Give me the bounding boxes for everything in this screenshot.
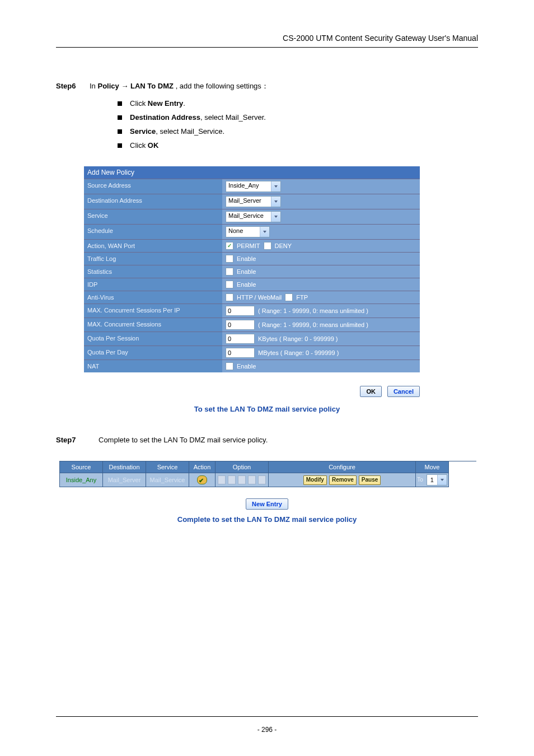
label-nat: NAT [84,360,222,372]
footer-line [56,716,478,717]
label-idp: IDP [84,278,222,291]
td-move: To 1 [416,473,448,487]
dropdown-schedule[interactable]: None [226,226,270,237]
checkbox-nat[interactable] [226,362,233,370]
bullet-icon [118,143,122,148]
step6-arrow: → [119,82,130,90]
label-destination-address: Destination Address [84,194,222,209]
step6-text: In Policy → LAN To DMZ , add the followi… [90,81,478,91]
bullet-pre: Click [130,99,148,108]
step7-row: Step7 Complete to set the LAN To DMZ mai… [56,436,478,444]
checkbox-http-webmail[interactable] [226,293,233,301]
bullet-icon [118,115,122,120]
label-max-sess: MAX. Concurrent Sessions [84,318,222,332]
dropdown-destination-address[interactable]: Mail_Server [226,196,281,207]
caption-2: Complete to set the LAN To DMZ mail serv… [56,515,478,524]
dropdown-move[interactable]: 1 [427,474,447,486]
permit-icon [197,475,207,484]
dropdown-value: None [226,227,260,237]
bullet-icon [118,129,122,134]
enable-label: Enable [237,281,256,288]
dropdown-value: 1 [427,475,437,485]
step7-label: Step7 [56,436,90,444]
hint-quota-session: KBytes ( Range: 0 - 999999 ) [258,335,338,342]
th-move: Move [416,461,448,473]
label-traffic-log: Traffic Log [84,253,222,265]
ftp-label: FTP [296,294,308,301]
label-action-wan: Action, WAN Port [84,240,222,252]
bullet-post: , select Mail_Server. [200,113,266,122]
bullet-item: Click OK [118,141,478,150]
form-title: Add New Policy [84,166,420,179]
bullet-item: Click New Entry. [118,99,478,108]
input-max-sess-ip[interactable]: 0 [226,306,255,316]
policy-table: Source Inside_Any Destination Mail_Serve… [59,461,476,487]
dropdown-service[interactable]: Mail_Service [226,211,281,222]
input-quota-day[interactable]: 0 [226,348,255,358]
label-service: Service [84,209,222,224]
td-option [216,473,268,487]
enable-label: Enable [237,363,256,370]
bullet-post: , select Mail_Service. [156,127,224,136]
label-max-sess-ip: MAX. Concurrent Sessions Per IP [84,304,222,318]
move-to-label: To [417,475,423,485]
modify-button[interactable]: Modify [303,475,327,485]
td-destination: Mail_Server [103,473,146,487]
th-destination: Destination [103,461,146,473]
option-slot-icon [238,475,246,484]
input-quota-session[interactable]: 0 [226,334,255,344]
chevron-down-icon [437,475,447,485]
checkbox-permit[interactable] [226,242,233,250]
bullet-bold: Destination Address [130,113,200,122]
bullet-item: Service, select Mail_Service. [118,127,478,136]
dropdown-value: Inside_Any [226,181,271,192]
enable-label: Enable [237,268,256,275]
label-schedule: Schedule [84,225,222,239]
pause-button[interactable]: Pause [359,475,381,485]
bullet-icon [118,101,122,106]
chevron-down-icon [271,181,280,192]
label-antivirus: Anti-Virus [84,291,222,304]
hint-max-sess: ( Range: 1 - 99999, 0: means unlimited ) [258,321,368,328]
http-webmail-label: HTTP / WebMail [237,294,282,301]
th-option: Option [216,461,268,473]
ok-button[interactable]: OK [360,386,382,397]
option-slot-icon [228,475,236,484]
chevron-down-icon [260,227,269,237]
page-header: CS-2000 UTM Content Security Gateway Use… [56,34,478,48]
option-slot-icon [218,475,226,484]
checkbox-idp[interactable] [226,281,233,288]
checkbox-ftp[interactable] [285,293,293,301]
add-new-policy-form: Add New Policy Source Address Inside_Any… [84,166,420,397]
chevron-down-icon [271,212,280,222]
td-action [189,473,215,487]
step6-policy: Policy [97,82,119,90]
option-slot-icon [248,475,256,484]
th-service: Service [146,461,189,473]
td-configure: Modify Remove Pause [269,473,415,487]
bullet-item: Destination Address, select Mail_Server. [118,113,478,122]
permit-label: PERMIT [237,242,260,249]
hint-quota-day: MBytes ( Range: 0 - 999999 ) [258,349,339,356]
bullet-pre: Click [130,141,148,150]
cancel-button[interactable]: Cancel [387,386,420,397]
checkbox-traffic-log[interactable] [226,255,233,263]
step6-suffix: , add the following settings： [174,82,269,90]
td-service: Mail_Service [146,473,189,487]
bullet-bold: Service [130,127,156,136]
remove-button[interactable]: Remove [329,475,357,485]
input-max-sess[interactable]: 0 [226,320,255,330]
step7-text: Complete to set the LAN To DMZ mail serv… [99,436,478,444]
checkbox-deny[interactable] [264,242,271,250]
bullet-bold: OK [148,141,159,150]
new-entry-button[interactable]: New Entry [246,498,288,510]
dropdown-source-address[interactable]: Inside_Any [226,181,281,192]
dropdown-value: Mail_Service [226,212,271,222]
th-source: Source [60,461,102,473]
label-source-address: Source Address [84,179,222,194]
hint-max-sess-ip: ( Range: 1 - 99999, 0: means unlimited ) [258,307,368,314]
enable-label: Enable [237,255,256,262]
label-quota-session: Quota Per Session [84,332,222,346]
checkbox-statistics[interactable] [226,268,233,276]
dropdown-value: Mail_Server [226,197,271,207]
